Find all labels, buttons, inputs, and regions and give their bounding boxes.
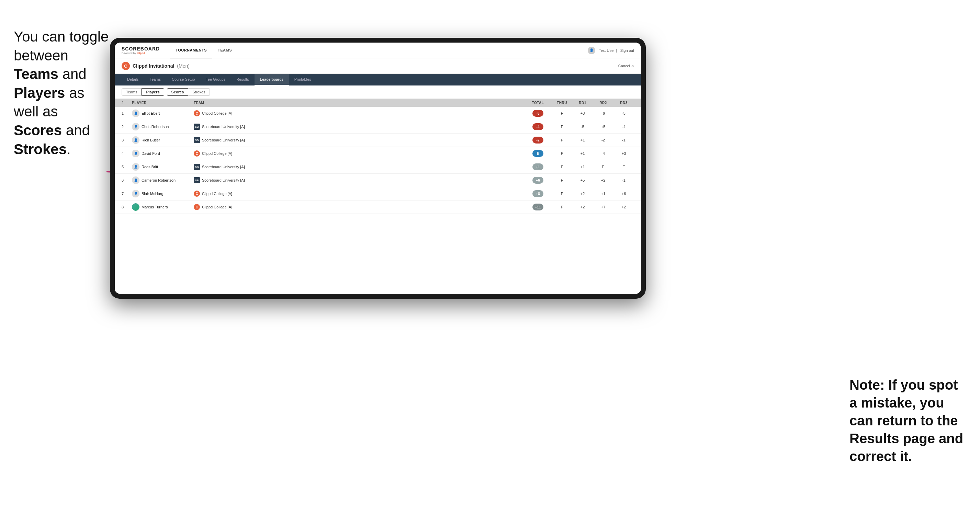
rd2-cell: +2 [593,178,614,182]
team-logo-icon: SB [194,137,200,143]
player-name: Elliot Ebert [142,111,160,115]
sub-nav: Details Teams Course Setup Tee Groups Re… [115,74,641,86]
tablet-bezel: SCOREBOARD Powered by clippd TOURNAMENTS… [110,38,646,299]
rd2-cell: -6 [593,111,614,115]
toggle-teams[interactable]: Teams [122,88,142,96]
brand-name: clippd [137,51,145,55]
table-row: 4 👤 David Ford C Clippd College [A] E F … [115,147,641,160]
tab-course-setup[interactable]: Course Setup [166,74,200,86]
total-badge: -4 [533,123,543,130]
tab-results[interactable]: Results [231,74,255,86]
total-cell: +1 [524,163,552,170]
rank-cell: 8 [122,205,132,209]
total-cell: -4 [524,123,552,130]
team-name: Clippd College [A] [202,205,232,209]
rd1-cell: -5 [572,125,593,129]
player-cell: 👤 Rees Britt [132,163,194,171]
table-row: 1 👤 Elliot Ebert C Clippd College [A] -8… [115,107,641,120]
tournament-gender: (Men) [177,63,189,69]
tab-leaderboards[interactable]: Leaderboards [255,74,289,86]
player-name: David Ford [142,151,160,156]
team-cell: C Clippd College [A] [194,204,524,210]
tab-printables[interactable]: Printables [289,74,317,86]
rank-cell: 7 [122,192,132,196]
rank-cell: 6 [122,178,132,182]
rd3-cell: -5 [614,111,634,115]
rd3-cell: +3 [614,151,634,156]
toggle-scores[interactable]: Scores [167,88,189,96]
user-label: Test User | [599,48,617,52]
tab-tee-groups[interactable]: Tee Groups [200,74,231,86]
tournament-header: C Clippd Invitational (Men) Cancel ✕ [115,58,641,74]
player-avatar: 👤 [132,150,140,157]
user-icon: 👤 [588,47,595,54]
sign-out-link[interactable]: Sign out [620,48,634,52]
col-total: TOTAL [524,101,552,105]
col-thru: THRU [552,101,572,105]
toggle-strokes[interactable]: Strokes [188,88,210,96]
thru-cell: F [552,138,572,142]
total-badge: -8 [533,110,543,117]
col-rank: # [122,101,132,105]
teams-bold: Teams [14,66,58,82]
team-logo-icon: C [194,204,200,210]
team-cell: SB Scoreboard University [A] [194,177,524,183]
team-logo-icon: C [194,150,200,157]
team-logo-icon: SB [194,177,200,183]
table-row: 3 👤 Rich Butler SB Scoreboard University… [115,133,641,147]
player-name: Chris Robertson [142,125,169,129]
leaderboard-table: # PLAYER TEAM TOTAL THRU RD1 RD2 RD3 1 👤… [115,99,641,294]
player-avatar: 👤 [132,190,140,197]
table-row: 8 Marcus Turners C Clippd College [A] +1… [115,200,641,214]
team-name: Scoreboard University [A] [202,138,245,142]
rd1-cell: +3 [572,111,593,115]
total-badge: +8 [533,190,543,197]
team-cell: C Clippd College [A] [194,150,524,157]
scores-bold: Scores [14,122,62,138]
team-cell: SB Scoreboard University [A] [194,124,524,130]
thru-cell: F [552,151,572,156]
strokes-bold: Strokes [14,141,67,157]
app-title: SCOREBOARD [122,46,160,51]
team-cell: C Clippd College [A] [194,110,524,116]
player-name: Cameron Robertson [142,178,175,182]
rd2-cell: E [593,165,614,169]
player-name: Rees Britt [142,165,158,169]
rd3-cell: E [614,165,634,169]
player-cell: 👤 Elliot Ebert [132,110,194,117]
table-body: 1 👤 Elliot Ebert C Clippd College [A] -8… [115,107,641,214]
table-row: 2 👤 Chris Robertson SB Scoreboard Univer… [115,120,641,133]
nav-tournaments[interactable]: TOURNAMENTS [170,43,212,58]
team-logo-icon: SB [194,164,200,170]
toggle-bar: Teams Players Scores Strokes [115,86,641,99]
rd2-cell: +1 [593,192,614,196]
col-player: PLAYER [132,101,194,105]
player-name: Marcus Turners [142,205,168,209]
player-name: Rich Butler [142,138,160,142]
player-cell: 👤 Rich Butler [132,136,194,144]
tournament-logo: C [122,62,130,70]
col-rd2: RD2 [593,101,614,105]
player-avatar [132,203,140,211]
player-avatar: 👤 [132,163,140,171]
rd1-cell: +1 [572,165,593,169]
team-name: Scoreboard University [A] [202,165,245,169]
team-name: Scoreboard University [A] [202,125,245,129]
team-name: Clippd College [A] [202,192,232,196]
rank-cell: 3 [122,138,132,142]
toggle-players[interactable]: Players [142,88,164,96]
team-cell: SB Scoreboard University [A] [194,137,524,143]
tab-details[interactable]: Details [122,74,144,86]
cancel-button[interactable]: Cancel ✕ [618,64,634,68]
right-annotation: Note: If you spot a mistake, you can ret… [850,376,966,465]
score-toggle-group: Scores Strokes [167,88,210,96]
team-name: Clippd College [A] [202,111,232,115]
tab-teams[interactable]: Teams [144,74,166,86]
rd3-cell: -1 [614,178,634,182]
nav-teams[interactable]: TEAMS [212,43,237,58]
col-rd3: RD3 [614,101,634,105]
players-bold: Players [14,85,65,101]
rd3-cell: -1 [614,138,634,142]
total-badge: -2 [533,137,543,143]
player-cell: 👤 Blair McHarg [132,190,194,197]
